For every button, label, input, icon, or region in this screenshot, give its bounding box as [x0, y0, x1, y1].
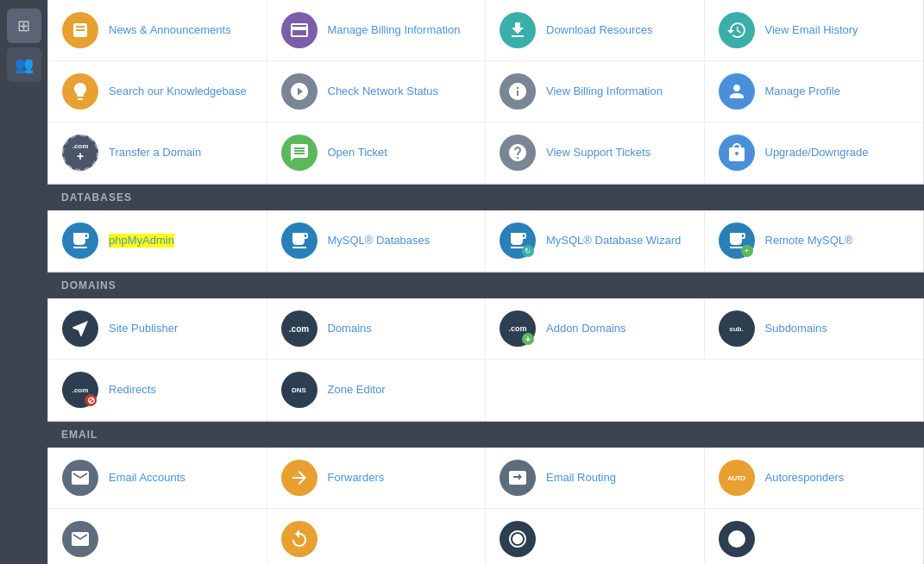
tile-view-billing-label: View Billing Information: [546, 85, 663, 99]
tile-email-row2-2[interactable]: [267, 509, 487, 564]
tile-email-history-label: View Email History: [765, 23, 858, 38]
tile-mysql-label: MySQL® Databases: [328, 234, 431, 248]
email-history-icon: [719, 12, 755, 48]
tile-email-row2-3[interactable]: [486, 509, 705, 564]
tile-email-accounts-label: Email Accounts: [109, 471, 185, 486]
tile-download-label: Download Resources: [546, 23, 653, 38]
tile-view-email-history[interactable]: View Email History: [705, 0, 924, 61]
tile-site-publisher-label: Site Publisher: [109, 322, 178, 336]
tile-view-support[interactable]: View Support Tickets: [486, 122, 705, 184]
email-row2-3-icon: [500, 521, 536, 557]
tile-transfer-label: Transfer a Domain: [109, 146, 201, 160]
email-accounts-icon: [62, 460, 98, 496]
tile-upgrade[interactable]: Upgrade/Downgrade: [705, 122, 924, 184]
email-row2-4-icon: [719, 521, 755, 557]
tile-mysql-wizard[interactable]: ↻ MySQL® Database Wizard: [486, 210, 705, 272]
tile-phpmyadmin[interactable]: phpMyAdmin: [48, 210, 267, 272]
tile-email-routing[interactable]: Email Routing: [486, 448, 705, 509]
tile-mysql-databases[interactable]: MySQL® Databases: [267, 210, 487, 272]
domains-header: DOMAINS: [47, 273, 924, 298]
section-general: News & Announcements Manage Billing Info…: [47, 0, 924, 185]
tile-addon-domains[interactable]: .com + Addon Domains: [486, 298, 705, 360]
section-email: EMAIL Email Accounts Forwarders Email Ro…: [47, 422, 924, 564]
domains-tile-grid: Site Publisher .com Domains .com + Addon…: [47, 298, 924, 422]
tile-addon-domains-label: Addon Domains: [546, 322, 626, 336]
tile-news[interactable]: News & Announcements: [48, 0, 267, 61]
tile-domains-label: Domains: [328, 322, 372, 336]
knowledgebase-icon: [62, 73, 98, 110]
subdomains-icon: sub.: [719, 310, 755, 347]
tile-zone-editor-label: Zone Editor: [328, 383, 386, 398]
users-icon[interactable]: 👥: [7, 47, 41, 82]
section-databases: DATABASES phpMyAdmin MySQL® Databases ↻: [47, 185, 924, 273]
phpmyadmin-icon: [62, 222, 98, 259]
tile-view-support-label: View Support Tickets: [546, 146, 651, 160]
tile-forwarders[interactable]: Forwarders: [267, 448, 487, 509]
general-tile-grid: News & Announcements Manage Billing Info…: [47, 0, 924, 185]
transfer-domain-icon: .com +: [62, 135, 98, 171]
email-tile-grid: Email Accounts Forwarders Email Routing …: [47, 448, 924, 564]
mysql-icon: [281, 222, 317, 259]
tile-subdomains-label: Subdomains: [765, 322, 827, 336]
open-ticket-icon: [281, 135, 317, 171]
tile-transfer-domain[interactable]: .com + Transfer a Domain: [48, 122, 267, 184]
sidebar: ⊞ 👥: [0, 0, 47, 564]
tile-manage-billing-label: Manage Billing Information: [328, 23, 461, 38]
autoresponders-icon: AUTO: [719, 460, 755, 496]
tile-autoresponders-label: Autoresponders: [765, 471, 845, 486]
tile-manage-profile[interactable]: Manage Profile: [705, 61, 924, 122]
network-icon: [281, 73, 317, 110]
view-support-icon: [500, 135, 536, 171]
tile-open-ticket[interactable]: Open Ticket: [267, 122, 487, 184]
tile-check-network[interactable]: Check Network Status: [267, 61, 487, 122]
tile-email-routing-label: Email Routing: [546, 471, 616, 486]
tile-manage-billing[interactable]: Manage Billing Information: [267, 0, 487, 61]
tile-news-label: News & Announcements: [109, 23, 231, 38]
upgrade-icon: [719, 135, 755, 171]
domains-icon: .com: [281, 310, 317, 347]
download-icon: [500, 12, 536, 48]
redirects-icon: .com ⊘: [62, 372, 98, 408]
tile-manage-profile-label: Manage Profile: [765, 85, 840, 99]
manage-profile-icon: [719, 73, 755, 110]
tile-remote-mysql-label: Remote MySQL®: [765, 234, 853, 248]
tile-search-knowledgebase[interactable]: Search our Knowledgebase: [48, 61, 267, 122]
manage-billing-icon: [281, 12, 317, 48]
addon-domains-icon: .com +: [500, 310, 536, 347]
tile-email-row2-4[interactable]: [705, 509, 924, 564]
tile-redirects[interactable]: .com ⊘ Redirects: [48, 360, 267, 421]
tile-site-publisher[interactable]: Site Publisher: [48, 298, 267, 360]
email-row2-1-icon: [62, 521, 98, 557]
tile-domains[interactable]: .com Domains: [267, 298, 487, 360]
tile-download-resources[interactable]: Download Resources: [486, 0, 705, 61]
tile-email-accounts[interactable]: Email Accounts: [48, 448, 267, 509]
tile-subdomains[interactable]: sub. Subdomains: [705, 298, 924, 360]
databases-tile-grid: phpMyAdmin MySQL® Databases ↻ MySQL® Dat…: [47, 210, 924, 273]
databases-header: DATABASES: [47, 185, 924, 210]
email-routing-icon: [500, 460, 536, 496]
tile-redirects-label: Redirects: [109, 383, 156, 398]
site-publisher-icon: [62, 310, 98, 347]
tile-network-label: Check Network Status: [328, 85, 439, 99]
tile-view-billing[interactable]: View Billing Information: [486, 61, 705, 122]
remote-mysql-icon: +: [719, 222, 755, 259]
tile-phpmyadmin-label: phpMyAdmin: [109, 234, 174, 248]
tile-mysql-wizard-label: MySQL® Database Wizard: [546, 234, 681, 248]
tile-upgrade-label: Upgrade/Downgrade: [765, 146, 869, 160]
email-header: EMAIL: [47, 422, 924, 448]
svg-point-0: [728, 530, 745, 548]
tile-remote-mysql[interactable]: + Remote MySQL®: [705, 210, 924, 272]
tile-autoresponders[interactable]: AUTO Autoresponders: [705, 448, 924, 509]
view-billing-icon: [500, 73, 536, 110]
mysql-wizard-icon: ↻: [500, 222, 536, 259]
section-domains: DOMAINS Site Publisher .com Domains .com…: [47, 273, 924, 422]
zone-editor-icon: DNS: [281, 372, 317, 408]
main-content: News & Announcements Manage Billing Info…: [47, 0, 924, 564]
tile-open-ticket-label: Open Ticket: [328, 146, 387, 160]
email-row2-2-icon: [281, 521, 317, 557]
tile-zone-editor[interactable]: DNS Zone Editor: [267, 360, 487, 421]
grid-icon[interactable]: ⊞: [7, 9, 41, 43]
tile-email-row2-1[interactable]: [48, 509, 267, 564]
tile-knowledgebase-label: Search our Knowledgebase: [109, 85, 247, 99]
news-icon: [62, 12, 98, 48]
